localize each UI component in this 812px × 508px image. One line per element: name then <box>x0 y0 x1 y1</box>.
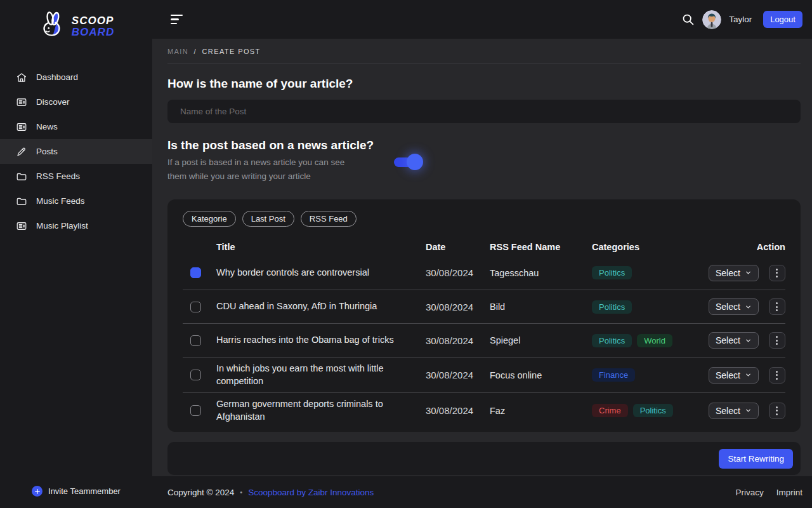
breadcrumb-section[interactable]: MAIN <box>167 48 188 55</box>
category-badge-politics: Politics <box>633 404 673 417</box>
article-name-question: How is the name of your article? <box>167 77 801 91</box>
row-categories: CrimePolitics <box>592 404 709 417</box>
category-badge-crime: Crime <box>592 404 628 417</box>
row-select-dropdown[interactable]: Select <box>709 403 759 419</box>
row-date: 30/08/2024 <box>426 370 490 380</box>
chevron-down-icon <box>745 371 752 378</box>
home-icon <box>16 72 27 83</box>
row-kebab-menu[interactable] <box>769 367 785 384</box>
sidebar-item-label: Music Feeds <box>36 196 85 206</box>
sidebar-item-rss-feeds[interactable]: RSS Feeds <box>0 164 152 189</box>
sidebar-item-discover[interactable]: Discover <box>0 90 152 114</box>
sidebar-item-music-playlist[interactable]: Music Playlist <box>0 213 152 238</box>
row-select-dropdown[interactable]: Select <box>709 265 759 281</box>
breadcrumb-separator: / <box>194 48 197 55</box>
filter-chip-rss-feed[interactable]: RSS Feed <box>301 211 357 227</box>
newspaper-icon <box>16 97 27 108</box>
sidebar-item-dashboard[interactable]: Dashboard <box>0 65 152 90</box>
sidebar-item-label: Music Playlist <box>36 221 88 231</box>
row-checkbox[interactable] <box>190 335 201 346</box>
table-row: CDU ahead in Saxony, AfD in Thuringia 30… <box>183 290 785 323</box>
row-date: 30/08/2024 <box>426 267 490 278</box>
brand-scoop: SCOOP <box>72 15 114 27</box>
news-article-hint-line1: If a post is based in a news article you… <box>167 156 374 170</box>
row-checkbox[interactable] <box>190 405 201 416</box>
newspaper-icon <box>16 220 27 232</box>
table-row: In which jobs you earn the most with lit… <box>183 357 785 392</box>
topbar: Taylor Logout <box>152 0 812 39</box>
post-name-input[interactable] <box>167 100 801 123</box>
search-icon[interactable] <box>681 13 695 26</box>
sidebar-item-label: Posts <box>36 147 58 156</box>
row-title: Why border controls are controversial <box>216 267 426 279</box>
row-date: 30/08/2024 <box>426 302 490 312</box>
row-kebab-menu[interactable] <box>769 403 785 419</box>
chevron-down-icon <box>745 269 752 276</box>
table-header-row: TitleDateRSS Feed NameCategoriesAction <box>183 236 785 256</box>
row-date: 30/08/2024 <box>426 405 490 416</box>
row-categories: Politics <box>592 266 709 279</box>
row-feed-name: Faz <box>490 406 592 416</box>
table-row: Why border controls are controversial 30… <box>183 256 785 290</box>
menu-filter-icon[interactable] <box>168 12 185 27</box>
filter-chips: KategorieLast PostRSS Feed <box>183 211 785 227</box>
sidebar-item-news[interactable]: News <box>0 114 152 139</box>
row-title: In which jobs you earn the most with lit… <box>216 363 426 387</box>
category-badge-finance: Finance <box>592 368 635 382</box>
user-avatar[interactable] <box>702 10 721 29</box>
news-article-question: Is the post based on a news article? <box>167 138 374 152</box>
sidebar-item-label: Dashboard <box>36 72 78 82</box>
table-body: Why border controls are controversial 30… <box>183 256 785 428</box>
sidebar-item-posts[interactable]: Posts <box>0 139 152 164</box>
brand-board: BOARD <box>72 27 114 38</box>
sidebar-item-label: RSS Feeds <box>36 171 80 181</box>
category-badge-politics: Politics <box>592 266 632 279</box>
pen-icon <box>16 146 27 157</box>
category-badge-politics: Politics <box>592 334 632 347</box>
articles-table-card: KategorieLast PostRSS Feed TitleDateRSS … <box>167 199 801 432</box>
imprint-link[interactable]: Imprint <box>776 488 802 497</box>
submit-card: Start Rewriting <box>167 442 801 475</box>
row-feed-name: Tagesschau <box>490 268 592 278</box>
chevron-down-icon <box>745 337 752 344</box>
row-kebab-menu[interactable] <box>769 332 785 349</box>
row-categories: PoliticsWorld <box>592 334 709 347</box>
row-kebab-menu[interactable] <box>769 265 785 281</box>
row-title: CDU ahead in Saxony, AfD in Thuringia <box>216 300 426 313</box>
news-article-toggle[interactable] <box>394 157 421 167</box>
row-title: Harris reaches into the Obama bag of tri… <box>216 334 426 347</box>
column-header-rss-feed-name: RSS Feed Name <box>490 242 592 252</box>
row-checkbox[interactable] <box>190 370 201 380</box>
filter-chip-last-post[interactable]: Last Post <box>242 211 294 227</box>
start-rewriting-button[interactable]: Start Rewriting <box>719 449 793 469</box>
logout-button[interactable]: Logout <box>763 11 802 28</box>
row-date: 30/08/2024 <box>426 335 490 346</box>
row-categories: Politics <box>592 300 709 314</box>
row-checkbox[interactable] <box>190 267 201 278</box>
row-checkbox[interactable] <box>190 302 201 312</box>
breadcrumb-page: CREATE POST <box>202 48 261 55</box>
category-badge-world: World <box>637 334 672 347</box>
scoopboard-link[interactable]: Scoopboard by Zaibr Innovations <box>248 488 374 497</box>
copyright-text: Copyright © 2024 <box>167 488 234 497</box>
privacy-link[interactable]: Privacy <box>735 488 763 497</box>
invite-teammember-label: Invite Teammember <box>48 486 121 496</box>
breadcrumb-divider <box>167 64 801 64</box>
row-feed-name: Bild <box>490 302 592 312</box>
chevron-down-icon <box>745 304 752 311</box>
chevron-down-icon <box>745 407 752 414</box>
row-select-dropdown[interactable]: Select <box>709 367 759 384</box>
row-kebab-menu[interactable] <box>769 298 785 315</box>
row-select-dropdown[interactable]: Select <box>709 298 759 315</box>
column-header-title: Title <box>216 242 426 252</box>
invite-teammember-button[interactable]: Invite Teammember <box>32 486 121 497</box>
user-name: Taylor <box>729 15 752 24</box>
sidebar-item-music-feeds[interactable]: Music Feeds <box>0 189 152 213</box>
filter-chip-kategorie[interactable]: Kategorie <box>183 211 236 227</box>
breadcrumb: MAIN / CREATE POST <box>167 48 801 55</box>
row-select-dropdown[interactable]: Select <box>709 332 759 349</box>
folder-icon <box>16 196 27 207</box>
page-footer: Copyright © 2024 • Scoopboard by Zaibr I… <box>152 476 812 508</box>
plus-icon <box>32 486 43 497</box>
toggle-knob <box>407 154 423 170</box>
